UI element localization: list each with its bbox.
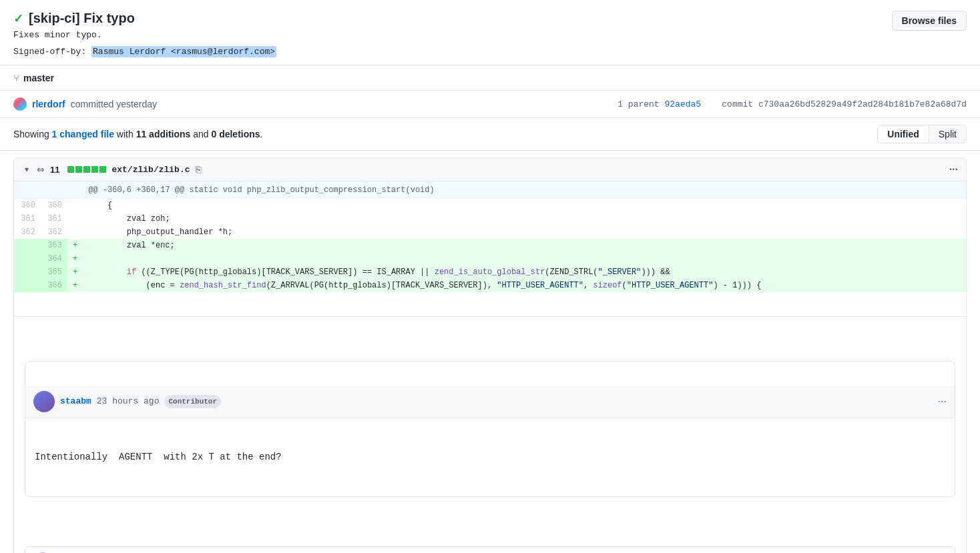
- file-diff-header: ▾ ⇔ 11 ext/zlib/zlib.c ⎘ ···: [14, 158, 966, 181]
- inline-comment-row: staabm 23 hours ago Contributor ··· Inte…: [14, 292, 966, 553]
- commit-author-row: rlerdorf committed yesterday 1 parent 92…: [0, 91, 980, 118]
- table-row: 365 + if ((Z_TYPE(PG(http_globals)[TRACK…: [14, 265, 966, 279]
- hunk-header-row: @@ -360,6 +360,17 @@ static void php_zli…: [14, 181, 966, 199]
- diff-icon: ⇔: [37, 164, 45, 175]
- showing-text: Showing: [13, 129, 49, 139]
- reply-box: [25, 546, 955, 553]
- comment-time: 23 hours ago: [97, 395, 160, 408]
- inline-comment-cell: staabm 23 hours ago Contributor ··· Inte…: [14, 292, 966, 553]
- comment-author-name[interactable]: staabm: [60, 395, 91, 408]
- table-row: 363 + zval *enc;: [14, 239, 966, 252]
- commit-title-text: [skip-ci] Fix typo: [29, 11, 135, 26]
- bar-block-1: [67, 166, 74, 173]
- code-360: {: [83, 199, 966, 212]
- and-text: and: [193, 129, 208, 139]
- author-left: rlerdorf committed yesterday: [13, 97, 157, 111]
- comment-avatar: [33, 391, 55, 412]
- comment-box: staabm 23 hours ago Contributor ··· Inte…: [25, 361, 955, 497]
- inline-comment-wrapper: staabm 23 hours ago Contributor ··· Inte…: [14, 316, 966, 553]
- file-diff-header-left: ▾ ⇔ 11 ext/zlib/zlib.c ⎘: [22, 163, 201, 175]
- author-action: committed yesterday: [71, 99, 157, 109]
- comment-author-info: staabm 23 hours ago Contributor: [33, 391, 221, 412]
- comment-more-button[interactable]: ···: [938, 396, 947, 408]
- table-row: 362 362 php_output_handler *h;: [14, 225, 966, 239]
- diff-view-toggle: Unified Split: [877, 125, 967, 143]
- diff-table: @@ -360,6 +360,17 @@ static void php_zli…: [14, 181, 966, 553]
- file-more-button[interactable]: ···: [949, 163, 958, 175]
- commit-title: ✓ [skip-ci] Fix typo: [13, 11, 967, 26]
- commit-signoff: Signed-off-by: Rasmus Lerdorf <rasmus@le…: [13, 47, 967, 57]
- diff-summary: Showing 1 changed file with 11 additions…: [13, 129, 263, 139]
- commit-hash: c730aa26bd52829a49f2ad284b181b7e82a68d7d: [758, 99, 967, 109]
- commit-parent-info: 1 parent 92aeda5 commit c730aa26bd52829a…: [618, 99, 967, 109]
- check-icon: ✓: [13, 11, 23, 26]
- signoff-value: Rasmus Lerdorf <rasmus@lerdorf.com>: [91, 46, 276, 57]
- parent-hash[interactable]: 92aeda5: [664, 99, 701, 109]
- comment-body: Intentionally AGENTT with 2x T at the en…: [25, 442, 955, 472]
- copy-path-button[interactable]: ⎘: [196, 164, 201, 175]
- bar-block-4: [91, 166, 98, 173]
- author-name[interactable]: rlerdorf: [32, 99, 65, 109]
- unified-view-button[interactable]: Unified: [878, 125, 929, 143]
- table-row: 364 +: [14, 252, 966, 265]
- bar-block-5: [99, 166, 106, 173]
- branch-name: master: [23, 73, 54, 83]
- additions-bar: [67, 166, 106, 173]
- new-line-360: 360: [41, 199, 67, 212]
- signoff-label: Signed-off-by:: [13, 47, 86, 57]
- file-diff: ▾ ⇔ 11 ext/zlib/zlib.c ⎘ ···: [13, 157, 967, 553]
- parent-label: 1 parent: [618, 99, 659, 109]
- commit-label: commit: [722, 99, 753, 109]
- additions-count: 11: [50, 165, 59, 175]
- table-row: 361 361 zval zoh;: [14, 212, 966, 225]
- author-avatar: [13, 97, 27, 111]
- hunk-old-num: [14, 181, 41, 199]
- additions-text: 11 additions: [136, 129, 191, 139]
- comment-header: staabm 23 hours ago Contributor ···: [25, 386, 955, 418]
- marker-360: [67, 199, 83, 212]
- branch-icon: ⑂: [13, 72, 19, 83]
- comment-badge: Contributor: [164, 395, 221, 409]
- table-row: 366 + (enc = zend_hash_str_find(Z_ARRVAL…: [14, 279, 966, 292]
- file-path: ext/zlib/zlib.c: [111, 165, 190, 175]
- bar-block-3: [83, 166, 90, 173]
- hunk-marker: [67, 181, 83, 199]
- changed-count[interactable]: 1 changed file: [52, 129, 114, 139]
- browse-files-button[interactable]: Browse files: [892, 11, 967, 31]
- with-text: with: [117, 129, 134, 139]
- split-view-button[interactable]: Split: [929, 125, 966, 143]
- bar-block-2: [75, 166, 82, 173]
- hunk-new-num: [41, 181, 67, 199]
- commit-header: Browse files ✓ [skip-ci] Fix typo Fixes …: [0, 0, 980, 65]
- hunk-header-text: @@ -360,6 +360,17 @@ static void php_zli…: [83, 181, 966, 199]
- deletions-text: 0 deletions: [211, 129, 260, 139]
- commit-description: Fixes minor typo.: [13, 30, 967, 40]
- commit-branch-row: ⑂ master: [0, 65, 980, 91]
- old-line-360: 360: [14, 199, 41, 212]
- table-row: 360 360 {: [14, 199, 966, 212]
- collapse-button[interactable]: ▾: [22, 163, 31, 175]
- diff-stats-bar: Showing 1 changed file with 11 additions…: [0, 118, 980, 151]
